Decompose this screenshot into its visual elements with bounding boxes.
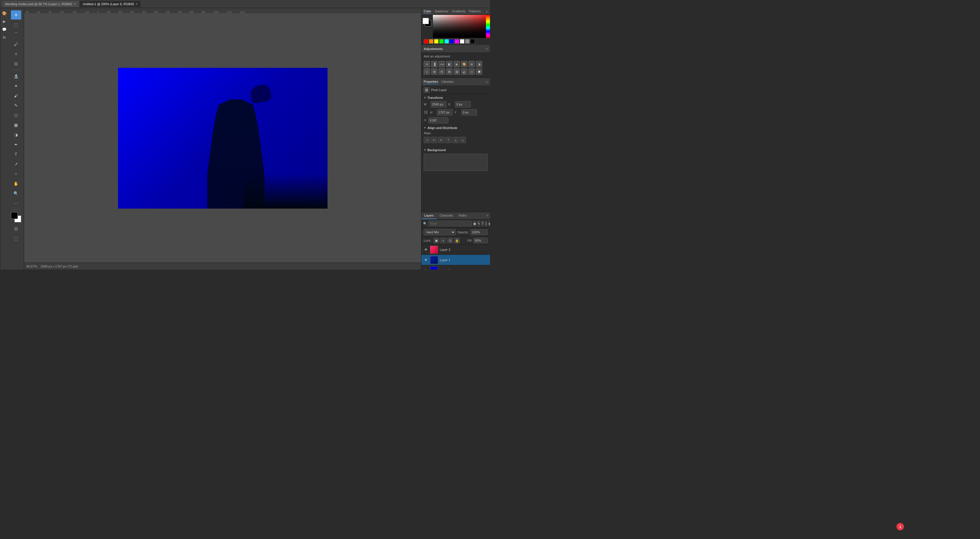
align-collapse[interactable]: ▼ xyxy=(424,126,426,129)
swatch-cyan[interactable] xyxy=(444,39,449,44)
fill-input[interactable] xyxy=(473,238,488,243)
healing-tool[interactable]: ✦ xyxy=(11,81,21,91)
foreground-color-swatch[interactable] xyxy=(11,212,18,219)
layer-filter-shape[interactable]: □ xyxy=(485,221,487,226)
swatch-yellow[interactable] xyxy=(434,39,439,44)
chain-link-icon[interactable]: ⛓ xyxy=(424,110,428,115)
palette-icon[interactable]: 🎨 xyxy=(2,10,7,16)
gradient-tool[interactable]: ▦ xyxy=(11,120,21,129)
tab-layers[interactable]: Layers xyxy=(422,212,437,219)
type-tool[interactable]: T xyxy=(11,150,21,159)
align-right-icon[interactable]: ⊢ xyxy=(438,137,444,143)
swatch-red[interactable] xyxy=(424,39,428,44)
align-left-icon[interactable]: ⊣ xyxy=(424,137,430,143)
clone-tool[interactable]: ✎ xyxy=(11,101,21,110)
tab-libraries[interactable]: Libraries xyxy=(441,79,453,84)
swatch-black[interactable] xyxy=(470,39,475,44)
tab-paths[interactable]: Paths xyxy=(456,212,469,219)
align-bottom-icon[interactable]: ⊥ xyxy=(460,137,466,143)
tab-close-1[interactable]: ✕ xyxy=(73,2,76,5)
vibrance-adj-icon[interactable]: ◈ xyxy=(453,61,460,67)
tab-properties[interactable]: Properties xyxy=(424,79,438,84)
layers-search-input[interactable] xyxy=(428,221,472,226)
adjustments-menu[interactable]: ≡ xyxy=(486,47,488,51)
lock-artboard-btn[interactable]: ⊡ xyxy=(447,238,453,243)
canvas-viewport[interactable] xyxy=(24,14,421,263)
transform-h-input[interactable] xyxy=(437,109,453,115)
quick-select-tool[interactable]: 🖊 xyxy=(11,40,21,49)
color-balance-adj-icon[interactable]: ⊕ xyxy=(468,61,475,67)
tab-patterns[interactable]: Patterns xyxy=(469,9,481,14)
move-tool[interactable]: ✛ xyxy=(11,10,21,19)
layer-filter-adj[interactable]: ✎ xyxy=(477,221,480,226)
tab-channels[interactable]: Channels xyxy=(437,212,455,219)
ai-icon[interactable]: AI xyxy=(2,35,7,40)
channel-mixer-adj-icon[interactable]: ⊞ xyxy=(431,69,438,75)
tab-close-2[interactable]: ✕ xyxy=(135,2,138,5)
ellipse-tool[interactable]: ○ xyxy=(11,169,21,179)
hue-strip[interactable] xyxy=(486,15,490,38)
layer-item-2[interactable]: 👁 Layer 2 xyxy=(422,265,490,270)
marquee-tool[interactable]: ⬚ xyxy=(11,20,21,29)
opacity-input[interactable] xyxy=(471,229,488,235)
hand-tool[interactable]: ✋ xyxy=(11,179,21,188)
transform-w-input[interactable] xyxy=(431,101,446,107)
background-collapse[interactable]: ▼ xyxy=(424,148,426,151)
more-tools[interactable]: ··· xyxy=(11,199,21,208)
layer-item-1[interactable]: 👁 Layer 1 xyxy=(422,255,490,265)
layer-1-visibility[interactable]: 👁 xyxy=(424,258,428,262)
brush-tool[interactable]: 🖌 xyxy=(11,91,21,100)
bg-color[interactable] xyxy=(423,18,429,24)
pen-tool[interactable]: ✒ xyxy=(11,140,21,149)
play-icon[interactable]: ▶ xyxy=(2,18,7,24)
tab-untitled[interactable]: Untitled-1 @ 200% (Layer 6, RGB/8) ✕ xyxy=(80,1,141,7)
layer-3-visibility[interactable]: 👁 xyxy=(424,247,428,252)
screen-mode-tool[interactable]: ⬚ xyxy=(11,234,21,243)
transform-y-input[interactable] xyxy=(461,109,477,115)
swatch-blue[interactable] xyxy=(450,39,454,44)
tab-blending-modes[interactable]: blending modes.psd @ 66.7% (Layer 1, RGB… xyxy=(2,1,79,7)
swatch-orange[interactable] xyxy=(429,39,433,44)
color-panel-menu[interactable]: ≡ xyxy=(486,10,488,13)
photo-filter-adj-icon[interactable]: ⬡ xyxy=(424,69,430,75)
lock-position-btn[interactable]: + xyxy=(440,238,446,243)
tab-gradients[interactable]: Gradients xyxy=(452,9,466,14)
blend-mode-select[interactable]: Hard Mix xyxy=(424,229,455,235)
eyedropper-tool[interactable]: 🔬 xyxy=(11,72,21,81)
layer-filter-type[interactable]: T xyxy=(481,221,484,226)
tab-swatches[interactable]: Swatches xyxy=(434,9,449,14)
lasso-tool[interactable]: ⌒ xyxy=(11,30,21,39)
selective-color-adj-icon[interactable]: ⬢ xyxy=(476,69,482,75)
layer-item-3[interactable]: 👁 Layer 3 xyxy=(422,244,490,255)
transform-x-input[interactable] xyxy=(455,101,471,107)
posterize-adj-icon[interactable]: ▤ xyxy=(453,69,460,75)
properties-header[interactable]: Properties Libraries ≡ xyxy=(422,78,490,86)
brightness-adj-icon[interactable]: ☀ xyxy=(424,61,430,67)
path-selection-tool[interactable]: ↗ xyxy=(11,159,21,169)
color-gradient[interactable] xyxy=(433,15,490,38)
hsl-adj-icon[interactable]: 🎨 xyxy=(461,61,467,67)
invert-adj-icon[interactable]: ⊠ xyxy=(446,69,452,75)
bw-adj-icon[interactable]: ◑ xyxy=(476,61,482,67)
layer-filter-pixel[interactable]: ▣ xyxy=(473,221,476,226)
exposure-adj-icon[interactable]: ◧ xyxy=(446,61,452,67)
adjustments-header[interactable]: Adjustments ≡ xyxy=(422,45,490,53)
eraser-tool[interactable]: ◻ xyxy=(11,111,21,120)
layer-filter-smart[interactable]: ◈ xyxy=(488,221,490,226)
align-center-v-icon[interactable]: ⊥ xyxy=(452,137,459,143)
transform-angle-input[interactable] xyxy=(428,117,449,124)
align-center-h-icon[interactable]: ⊢ xyxy=(431,137,437,143)
zoom-tool[interactable]: 🔍 xyxy=(11,189,21,198)
lock-pixels-btn[interactable]: ▣ xyxy=(433,238,439,243)
transform-collapse[interactable]: ▼ xyxy=(424,96,426,99)
color-lookup-adj-icon[interactable]: ⊟ xyxy=(439,69,445,75)
swatch-white[interactable] xyxy=(460,39,465,44)
lock-all-btn[interactable]: 🔒 xyxy=(454,238,460,243)
gradient-map-adj-icon[interactable]: ▭ xyxy=(468,69,475,75)
align-top-icon[interactable]: ⊤ xyxy=(445,137,452,143)
swatch-gray[interactable] xyxy=(465,39,469,44)
layers-menu[interactable]: ≡ xyxy=(485,212,490,219)
swatch-green[interactable] xyxy=(439,39,444,44)
properties-menu[interactable]: ≡ xyxy=(486,80,488,84)
quick-mask-tool[interactable]: ⊡ xyxy=(11,224,21,233)
